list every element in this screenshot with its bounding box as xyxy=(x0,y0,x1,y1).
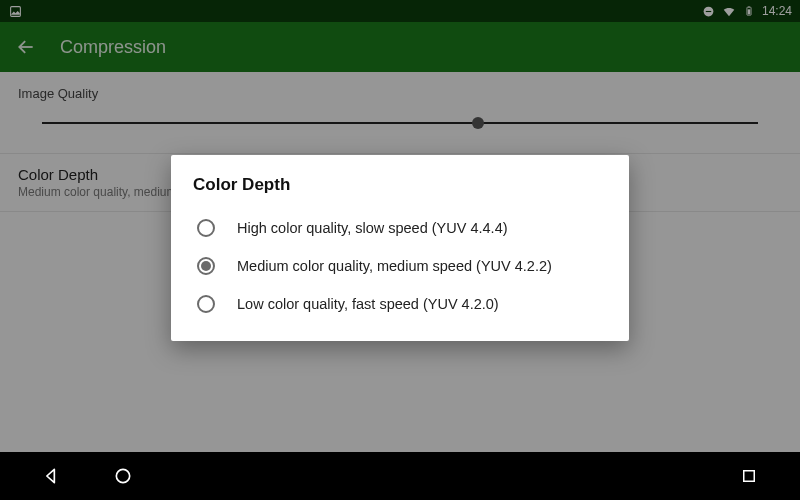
nav-recent-icon[interactable] xyxy=(738,465,760,487)
svg-point-6 xyxy=(116,469,129,482)
navigation-bar xyxy=(0,452,800,500)
radio-icon xyxy=(197,295,215,313)
nav-home-icon[interactable] xyxy=(112,465,134,487)
dialog-title: Color Depth xyxy=(193,175,607,195)
dialog-scrim[interactable]: Color Depth High color quality, slow spe… xyxy=(0,0,800,500)
radio-option-medium[interactable]: Medium color quality, medium speed (YUV … xyxy=(193,247,607,285)
radio-option-high[interactable]: High color quality, slow speed (YUV 4.4.… xyxy=(193,209,607,247)
radio-icon xyxy=(197,257,215,275)
svg-rect-7 xyxy=(744,471,755,482)
radio-icon xyxy=(197,219,215,237)
color-depth-dialog: Color Depth High color quality, slow spe… xyxy=(171,155,629,341)
radio-label: High color quality, slow speed (YUV 4.4.… xyxy=(237,220,508,236)
radio-option-low[interactable]: Low color quality, fast speed (YUV 4.2.0… xyxy=(193,285,607,323)
nav-back-icon[interactable] xyxy=(40,465,62,487)
radio-label: Medium color quality, medium speed (YUV … xyxy=(237,258,552,274)
radio-label: Low color quality, fast speed (YUV 4.2.0… xyxy=(237,296,499,312)
